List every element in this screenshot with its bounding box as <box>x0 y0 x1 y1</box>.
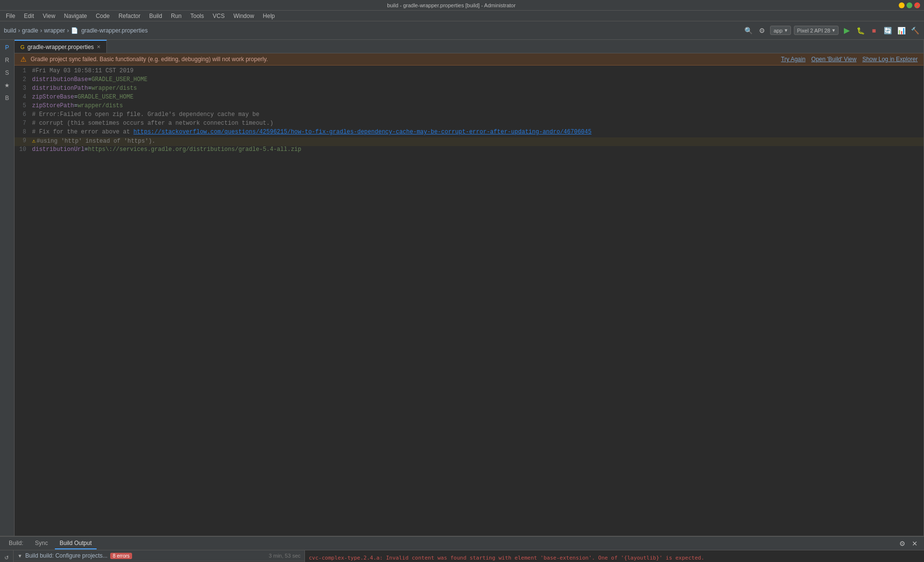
tab-close-icon[interactable]: ✕ <box>97 44 101 50</box>
code-editor[interactable]: 1 #Fri May 03 10:58:11 CST 2019 2 distri… <box>15 66 924 536</box>
code-line-3: 3 distributionPath=wrapper/dists <box>15 85 924 94</box>
bottom-tab-sync[interactable]: Sync <box>30 538 53 549</box>
banner-actions: Try Again Open 'Build' View Show Log in … <box>781 56 918 63</box>
build-time: 3 min, 53 sec <box>269 553 301 559</box>
bottom-settings-icon[interactable]: ⚙ <box>897 538 907 549</box>
code-line-1: 1 #Fri May 03 10:58:11 CST 2019 <box>15 67 924 76</box>
build-left-icons: ↺ ⊘ 🗑 <box>0 550 14 562</box>
maximize-button[interactable] <box>907 2 912 8</box>
settings-icon[interactable]: ⚙ <box>756 25 767 36</box>
editor-area: G gradle-wrapper.properties ✕ ⚠ Gradle p… <box>15 40 924 536</box>
device-selector[interactable]: app ▾ <box>770 26 790 35</box>
code-line-2: 2 distributionBase=GRADLE_USER_HOME <box>15 76 924 85</box>
menu-run[interactable]: Run <box>167 12 185 20</box>
breadcrumb-gradle[interactable]: gradle <box>22 27 38 34</box>
debug-button[interactable]: 🐛 <box>855 25 866 36</box>
checkmark-icon: ✓ <box>914 2 920 10</box>
title-text: build - gradle-wrapper.properties [build… <box>4 2 899 8</box>
menu-build[interactable]: Build <box>145 12 166 20</box>
menu-window[interactable]: Window <box>230 12 258 20</box>
main-layout: P R S ★ B G gradle-wrapper.properties ✕ … <box>0 40 924 536</box>
bottom-tabs-bar: Build: Sync Build Output ⚙ ✕ <box>0 537 924 550</box>
error-detail-text: cvc-complex-type.2.4.a: Invalid content … <box>309 555 705 561</box>
code-line-7: 7 # corrupt (this sometimes occurs after… <box>15 120 924 129</box>
breadcrumb-build[interactable]: build <box>4 27 16 34</box>
error-banner-message: Gradle project sync failed. Basic functi… <box>31 56 268 63</box>
breadcrumb-wrapper[interactable]: wrapper <box>44 27 65 34</box>
left-sidebar: P R S ★ B <box>0 40 15 536</box>
bottom-tab-build-output[interactable]: Build Output <box>55 538 97 549</box>
bottom-panel: Build: Sync Build Output ⚙ ✕ ↺ ⊘ 🗑 ▼ Bui… <box>0 536 924 562</box>
menu-file[interactable]: File <box>2 12 19 20</box>
sidebar-variants-icon[interactable]: B <box>1 92 13 104</box>
profiler-button[interactable]: 📊 <box>896 25 907 36</box>
gradle-file-icon: G <box>20 44 25 50</box>
bottom-close-icon[interactable]: ✕ <box>909 538 920 549</box>
code-line-8: 8 # Fix for the error above at https://s… <box>15 129 924 137</box>
error-banner: ⚠ Gradle project sync failed. Basic func… <box>15 53 924 66</box>
sidebar-resource-icon[interactable]: R <box>1 54 13 66</box>
code-line-4: 4 zipStoreBase=GRADLE_USER_HOME <box>15 94 924 102</box>
menu-help[interactable]: Help <box>259 12 279 20</box>
emulator-selector[interactable]: Pixel 2 API 28 ▾ <box>794 26 839 35</box>
show-log-link[interactable]: Show Log in Explorer <box>862 56 918 63</box>
title-bar: build - gradle-wrapper.properties [build… <box>0 0 924 11</box>
menu-view[interactable]: View <box>39 12 59 20</box>
menu-refactor[interactable]: Refactor <box>115 12 144 20</box>
code-line-9: 9 ⚠#using 'http' instead of 'https'). <box>15 137 924 146</box>
breadcrumb-file[interactable]: 📄 gradle-wrapper.properties <box>71 27 148 34</box>
build-error-detail: cvc-complex-type.2.4.a: Invalid content … <box>305 550 924 562</box>
code-line-5: 5 zipStorePath=wrapper/dists <box>15 102 924 111</box>
build-menu-icon[interactable]: 🔨 <box>909 25 920 36</box>
sync-button[interactable]: 🔄 <box>882 25 893 36</box>
run-button[interactable]: ▶ <box>841 25 852 36</box>
build-errors-panel: ▼ Build build: Configure projects... 8 e… <box>14 550 305 562</box>
menu-bar: File Edit View Navigate Code Refactor Bu… <box>0 11 924 21</box>
toolbar: build › gradle › wrapper › 📄 gradle-wrap… <box>0 21 924 40</box>
warning-icon: ⚠ <box>20 55 27 63</box>
error-count-badge: 8 errors <box>110 553 132 559</box>
code-line-10: 10 distributionUrl=https\://services.gra… <box>15 146 924 155</box>
menu-code[interactable]: Code <box>92 12 114 20</box>
bottom-panel-content: ↺ ⊘ 🗑 ▼ Build build: Configure projects.… <box>0 550 924 562</box>
search-icon[interactable]: 🔍 <box>743 25 754 36</box>
sidebar-structure-icon[interactable]: S <box>1 67 13 79</box>
sidebar-favorites-icon[interactable]: ★ <box>1 80 13 91</box>
menu-vcs[interactable]: VCS <box>209 12 229 20</box>
toolbar-right: 🔍 ⚙ app ▾ Pixel 2 API 28 ▾ ▶ 🐛 ■ 🔄 📊 🔨 <box>743 25 920 36</box>
menu-edit[interactable]: Edit <box>20 12 38 20</box>
open-build-view-link[interactable]: Open 'Build' View <box>811 56 857 63</box>
editor-tabs-bar: G gradle-wrapper.properties ✕ <box>15 40 924 53</box>
sidebar-project-icon[interactable]: P <box>1 42 13 53</box>
bottom-tab-build[interactable]: Build: <box>4 538 28 549</box>
code-line-6: 6 # Error:Failed to open zip file. Gradl… <box>15 111 924 120</box>
bottom-tabs-right: ⚙ ✕ <box>897 538 920 549</box>
stop-button[interactable]: ■ <box>869 25 879 36</box>
build-title: Build build: Configure projects... <box>25 552 107 559</box>
try-again-link[interactable]: Try Again <box>781 56 806 63</box>
build-panel-header: ▼ Build build: Configure projects... 8 e… <box>14 550 304 562</box>
expand-icon[interactable]: ▼ <box>17 553 22 559</box>
menu-tools[interactable]: Tools <box>186 12 208 20</box>
menu-navigate[interactable]: Navigate <box>60 12 91 20</box>
minimize-button[interactable] <box>899 2 905 8</box>
build-rerun-icon[interactable]: ↺ <box>1 552 12 562</box>
breadcrumb: build › gradle › wrapper › 📄 gradle-wrap… <box>4 27 148 34</box>
editor-tab-gradle-wrapper[interactable]: G gradle-wrapper.properties ✕ <box>15 40 107 53</box>
build-panel-wrapper: ▼ Build build: Configure projects... 8 e… <box>14 550 924 562</box>
